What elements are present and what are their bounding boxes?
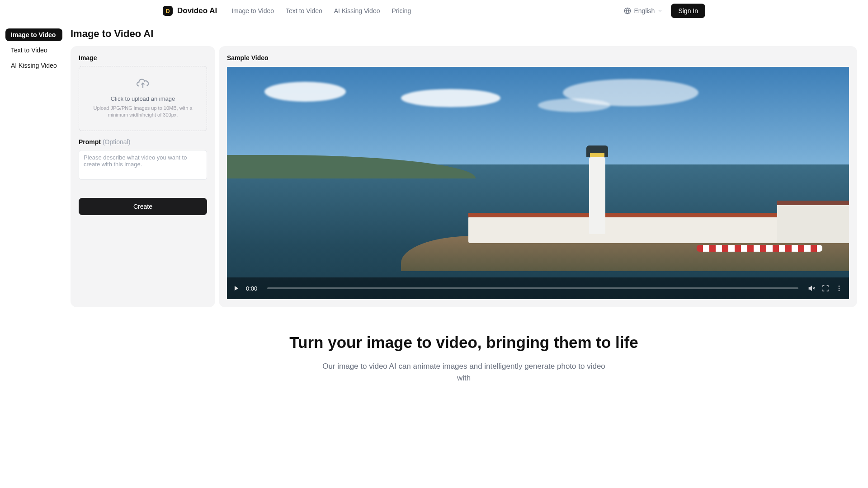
logo-icon: D (163, 6, 173, 16)
language-label: English (634, 7, 655, 14)
upload-sub-text: Upload JPG/PNG images up to 10MB, with a… (85, 105, 201, 119)
video-controls: 0:00 (227, 277, 849, 299)
more-icon[interactable] (835, 285, 843, 292)
sample-video-label: Sample Video (227, 54, 849, 61)
sidebar-item-image-to-video[interactable]: Image to Video (5, 28, 62, 41)
image-label: Image (79, 54, 207, 61)
prompt-input[interactable] (79, 150, 207, 180)
upload-main-text: Click to upload an image (85, 95, 201, 102)
nav-text-to-video[interactable]: Text to Video (286, 7, 322, 14)
create-button[interactable]: Create (79, 198, 207, 215)
sidebar: Image to Video Text to Video AI Kissing … (5, 28, 62, 72)
prompt-optional: (Optional) (103, 138, 130, 145)
sidebar-item-text-to-video[interactable]: Text to Video (5, 44, 62, 56)
upload-icon (136, 78, 150, 90)
globe-icon (624, 7, 631, 14)
header: D Dovideo AI Image to Video Text to Vide… (0, 0, 868, 22)
hero-subtitle: Our image to video AI can animate images… (319, 361, 609, 384)
language-selector[interactable]: English (624, 7, 663, 14)
svg-marker-3 (809, 286, 811, 290)
image-upload-dropzone[interactable]: Click to upload an image Upload JPG/PNG … (79, 66, 207, 131)
svg-point-6 (839, 286, 840, 287)
fullscreen-icon[interactable] (822, 285, 829, 292)
volume-icon[interactable] (808, 285, 816, 292)
hero-title: Turn your image to video, bringing them … (89, 333, 839, 352)
hero: Turn your image to video, bringing them … (71, 333, 857, 384)
page-title: Image to Video AI (71, 28, 857, 40)
sign-in-button[interactable]: Sign In (671, 4, 705, 18)
brand-name: Dovideo AI (177, 6, 217, 15)
chevron-down-icon (657, 8, 663, 14)
sample-video[interactable]: 0:00 (227, 67, 849, 299)
input-panel: Image Click to upload an image Upload JP… (71, 46, 215, 307)
svg-point-7 (839, 288, 840, 289)
logo[interactable]: D Dovideo AI (163, 6, 217, 16)
svg-point-8 (839, 290, 840, 291)
nav-ai-kissing[interactable]: AI Kissing Video (334, 7, 380, 14)
play-button[interactable] (233, 285, 240, 291)
svg-marker-2 (235, 286, 238, 291)
prompt-label: Prompt (Optional) (79, 138, 207, 145)
video-seek-bar[interactable] (267, 287, 798, 289)
top-nav: Image to Video Text to Video AI Kissing … (231, 7, 411, 14)
video-time: 0:00 (246, 285, 257, 292)
nav-image-to-video[interactable]: Image to Video (231, 7, 274, 14)
nav-pricing[interactable]: Pricing (392, 7, 411, 14)
sample-panel: Sample Video (219, 46, 857, 307)
sidebar-item-ai-kissing[interactable]: AI Kissing Video (5, 59, 62, 72)
